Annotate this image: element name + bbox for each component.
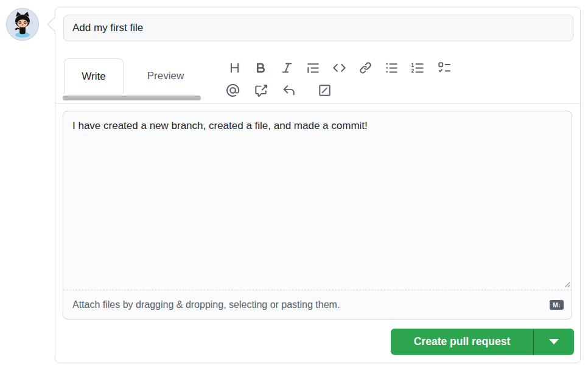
reply-icon[interactable] bbox=[281, 82, 296, 99]
link-icon[interactable] bbox=[357, 59, 373, 76]
pr-form-card: Write Preview I have created a new branc… bbox=[55, 7, 581, 363]
attach-bar: Attach files by dragging & dropping, sel… bbox=[63, 290, 572, 319]
horizontal-scrollbar-thumb[interactable] bbox=[63, 96, 201, 100]
slash-commands-icon[interactable] bbox=[317, 82, 332, 99]
tabnav-divider bbox=[55, 103, 580, 103]
resize-handle-icon[interactable] bbox=[562, 280, 570, 288]
octocat-illustration bbox=[7, 9, 38, 40]
create-pr-dropdown-button[interactable] bbox=[534, 329, 574, 355]
toolbar-row1 bbox=[226, 59, 452, 76]
pr-description-textarea[interactable]: I have created a new branch, created a f… bbox=[63, 111, 572, 290]
editor-area: I have created a new branch, created a f… bbox=[63, 111, 572, 290]
quote-icon[interactable] bbox=[305, 59, 321, 76]
heading-icon[interactable] bbox=[226, 59, 242, 76]
attach-files-button[interactable]: Attach files by dragging & dropping, sel… bbox=[72, 299, 340, 310]
create-pull-request-button[interactable]: Create pull request bbox=[391, 329, 533, 355]
avatar[interactable] bbox=[6, 8, 39, 41]
pr-create-page: Write Preview I have created a new branc… bbox=[0, 0, 588, 370]
dropdown-caret-icon bbox=[549, 339, 559, 344]
toolbar-row2 bbox=[225, 82, 332, 99]
bold-icon[interactable] bbox=[253, 59, 268, 76]
tab-preview[interactable]: Preview bbox=[124, 58, 208, 94]
pr-title-input[interactable] bbox=[63, 15, 573, 41]
ordered-list-icon[interactable] bbox=[410, 59, 425, 76]
unordered-list-icon[interactable] bbox=[383, 59, 399, 76]
comment-editor: I have created a new branch, created a f… bbox=[63, 111, 572, 319]
markdown-supported-icon[interactable]: M↓ bbox=[550, 300, 564, 310]
code-icon[interactable] bbox=[331, 59, 347, 76]
cross-reference-icon[interactable] bbox=[253, 82, 268, 99]
tasklist-icon[interactable] bbox=[436, 59, 452, 76]
mention-icon[interactable] bbox=[225, 82, 240, 99]
create-pr-button-group: Create pull request bbox=[391, 329, 574, 355]
tab-write[interactable]: Write bbox=[64, 58, 124, 94]
italic-icon[interactable] bbox=[279, 59, 295, 76]
